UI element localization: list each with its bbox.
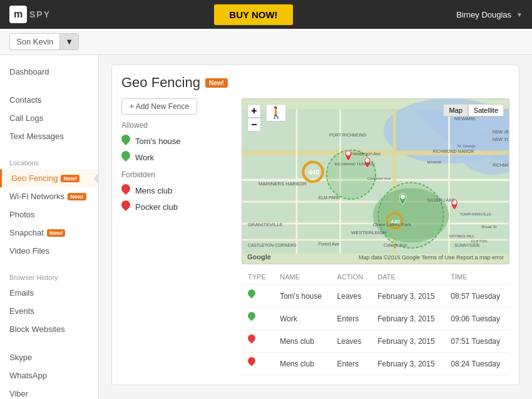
sidebar: Dashboard Contacts Call Logs Text Messag… <box>0 55 99 399</box>
sidebar-section-locations: Locations Geo Fencing New! Wi-Fi Network… <box>0 148 98 262</box>
logo-text: SPY <box>29 9 51 19</box>
sidebar-item-viber[interactable]: Viber <box>0 385 98 399</box>
table-header-time: TIME <box>444 269 509 285</box>
table-row: Mens clubLeavesFebruary 3, 201507:51 Tue… <box>242 330 509 353</box>
sidebar-item-label: Photos <box>9 210 34 219</box>
table-row: Mens clubEntersFebruary 3, 201508:24 Tue… <box>242 353 509 375</box>
sidebar-item-skype[interactable]: Skype <box>0 348 98 366</box>
svg-point-23 <box>401 195 405 199</box>
sidebar-section-apps: Skype WhatsApp Viber Facebook Tracking <box>0 341 98 399</box>
table-header-action: ACTION <box>331 269 372 285</box>
sidebar-item-label: Snapchat <box>9 228 44 237</box>
table-header-name: NAME <box>274 269 330 285</box>
device-name: Son Kevin <box>10 34 59 49</box>
sidebar-item-events[interactable]: Events <box>0 302 98 320</box>
svg-text:440: 440 <box>309 169 320 176</box>
table-cell-type <box>242 353 274 375</box>
svg-text:Clove Lakes Park: Clove Lakes Park <box>373 222 411 227</box>
satellite-view-button[interactable]: Satellite <box>468 104 504 117</box>
sidebar-item-label: Dashboard <box>9 67 49 76</box>
map-street-view-icon[interactable]: 🚶 <box>266 104 286 122</box>
device-selector[interactable]: Son Kevin ▼ <box>9 33 79 50</box>
map-zoom-out-button[interactable]: − <box>247 118 261 132</box>
sidebar-item-label: Contacts <box>9 95 41 105</box>
page-title-badge: New! <box>205 78 228 88</box>
svg-text:Castleton Ave: Castleton Ave <box>367 176 391 180</box>
sidebar-item-label: Video Files <box>9 246 49 256</box>
user-dropdown-arrow-icon[interactable]: ▼ <box>516 11 523 18</box>
svg-text:PORT RICHMOND: PORT RICHMOND <box>329 133 366 137</box>
user-menu[interactable]: Birney Douglas ▼ <box>456 10 523 19</box>
allowed-label: Allowed <box>121 121 234 130</box>
svg-text:SUNNYSIDE: SUNNYSIDE <box>454 243 480 247</box>
sidebar-item-label: WhatsApp <box>9 371 47 380</box>
sidebar-item-whatsapp[interactable]: WhatsApp <box>0 366 98 385</box>
table-cell-time: 09:06 Tuesday <box>444 308 509 330</box>
sidebar-item-snapchat[interactable]: Snapchat New! <box>0 224 98 242</box>
sidebar-item-text-messages[interactable]: Text Messages <box>0 127 98 145</box>
sidebar-section-browser: Browser History Emails Events Block Webs… <box>0 262 98 341</box>
svg-text:ELM PARK: ELM PARK <box>319 195 340 200</box>
table-header-date: DATE <box>371 269 444 285</box>
map-type-controls: Map Satellite <box>443 104 504 117</box>
svg-text:SILVER LAKE: SILVER LAKE <box>427 198 455 202</box>
fence-name: Tom's house <box>135 137 181 146</box>
red-marker-icon <box>121 184 131 197</box>
buy-now-button[interactable]: BUY NOW! <box>214 4 292 25</box>
table-cell-name: Mens club <box>274 353 330 375</box>
table-cell-date: February 3, 2015 <box>371 308 444 330</box>
sidebar-item-block-websites[interactable]: Block Websites <box>0 320 98 338</box>
table-row: WorkEntersFebruary 3, 201509:06 Tuesday <box>242 308 509 330</box>
table-cell-time: 08:24 Tuesday <box>444 353 509 375</box>
forbidden-fence-item-2[interactable]: Pocker club <box>121 199 234 215</box>
sidebar-item-label: Wi-Fi Networks <box>9 192 64 201</box>
sidebar-item-call-logs[interactable]: Call Logs <box>0 109 98 127</box>
sidebar-item-geo-fencing[interactable]: Geo Fencing New! <box>0 169 98 187</box>
sidebar-item-wifi-networks[interactable]: Wi-Fi Networks New! <box>0 187 98 205</box>
svg-text:TOMP-KINSVILLE: TOMP-KINSVILLE <box>460 212 491 216</box>
map-container[interactable]: 440 440 <box>242 98 509 264</box>
svg-text:MARINERS HARBOR: MARINERS HARBOR <box>258 181 307 187</box>
map-zoom-controls: + − <box>247 104 261 132</box>
red-marker-icon <box>121 200 131 213</box>
sidebar-item-label: Events <box>9 306 34 316</box>
geo-fence-events-table: TYPE NAME ACTION DATE TIME Tom's houseLe… <box>242 269 509 375</box>
svg-text:NEW YORK: NEW YORK <box>493 137 509 142</box>
forbidden-label: Forbidden <box>121 170 234 179</box>
allowed-fence-item-2[interactable]: Work <box>121 149 234 165</box>
sub-navigation: Son Kevin ▼ <box>0 29 532 55</box>
sidebar-item-dashboard[interactable]: Dashboard <box>0 63 98 81</box>
sidebar-section-main: Dashboard <box>0 55 98 83</box>
svg-text:RICHMOND MANOR: RICHMOND MANOR <box>432 149 474 153</box>
svg-point-19 <box>378 183 443 248</box>
svg-text:GRYMES HILL: GRYMES HILL <box>449 234 474 238</box>
new-badge: New! <box>47 229 66 237</box>
table-cell-date: February 3, 2015 <box>371 353 444 375</box>
svg-text:Henderson Ave: Henderson Ave <box>351 152 381 156</box>
sidebar-item-contacts[interactable]: Contacts <box>0 91 98 109</box>
add-new-fence-button[interactable]: + Add New Fence <box>121 98 197 115</box>
page-title-area: Geo Fencing New! <box>121 75 509 91</box>
svg-text:RICHMOND TERRACE: RICHMOND TERRACE <box>493 163 509 167</box>
logo: m SPY <box>9 6 51 23</box>
sidebar-item-photos[interactable]: Photos <box>0 205 98 224</box>
svg-text:CLIFTON: CLIFTON <box>471 239 487 243</box>
allowed-fence-item-1[interactable]: Tom's house <box>121 133 234 149</box>
forbidden-fence-item-1[interactable]: Mens club <box>121 182 234 199</box>
svg-text:CASTLETON CORNERS: CASTLETON CORNERS <box>248 243 297 247</box>
fence-name: Work <box>135 153 154 162</box>
svg-point-20 <box>346 151 350 155</box>
sidebar-item-label: Call Logs <box>9 113 43 123</box>
table-cell-time: 08:57 Tuesday <box>444 285 509 308</box>
sidebar-active-arrow-icon <box>93 174 98 184</box>
table-cell-time: 07:51 Tuesday <box>444 330 509 353</box>
sidebar-section-comms: Contacts Call Logs Text Messages <box>0 83 98 148</box>
table-cell-action: Enters <box>331 353 372 375</box>
sidebar-item-emails[interactable]: Emails <box>0 284 98 302</box>
map-zoom-in-button[interactable]: + <box>247 104 261 118</box>
green-marker-icon <box>248 312 257 323</box>
main-layout: Dashboard Contacts Call Logs Text Messag… <box>0 55 532 399</box>
map-view-button[interactable]: Map <box>443 104 468 117</box>
device-dropdown-button[interactable]: ▼ <box>59 34 78 49</box>
sidebar-item-video-files[interactable]: Video Files <box>0 242 98 260</box>
